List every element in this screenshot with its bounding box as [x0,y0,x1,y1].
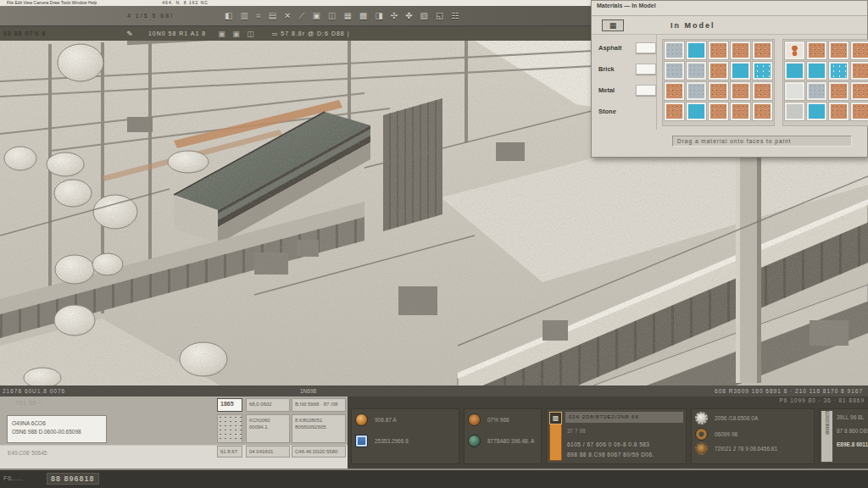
dialog-footer: Drag a material onto faces to paint [592,130,867,152]
material-swatch-orange[interactable] [829,82,849,100]
menu-item-help[interactable]: Help [88,0,97,5]
pen-tool-icon[interactable]: ✎ [126,30,133,38]
status-row[interactable]: 07% 968 [465,409,541,430]
readout-cell: 68,0 0602 [246,398,290,412]
menu-item-camera[interactable]: Camera [34,0,49,5]
material-swatch-cyan2[interactable] [753,62,772,80]
status-row[interactable]: 06099 98 [692,427,814,441]
menu-item-window[interactable]: Window [72,0,87,5]
material-swatch-orange[interactable] [829,103,849,120]
status-row[interactable]: 2056 /18.6506 0A [692,409,814,427]
material-swatch-orange[interactable] [851,103,868,120]
toolbar-icon-1[interactable]: ▥ [241,11,248,21]
menu-item-view[interactable]: View [23,0,32,5]
toolbar-icon-10[interactable]: ◨ [375,11,382,21]
dialog-title-bar[interactable]: Materials — In Model [592,1,867,16]
material-category-swatch[interactable] [636,64,656,75]
toolbar-icon-9[interactable]: ▩ [359,11,367,21]
menu-item-draw[interactable]: Draw [50,0,60,5]
toolbar-icon-0[interactable]: ◧ [225,11,232,21]
material-swatch-cyan[interactable] [807,62,826,80]
material-swatch-gray[interactable] [687,82,706,100]
material-swatch-cyan[interactable] [687,103,706,120]
group-c-header: 026 2D8/872E2/3N8 6K [565,412,683,423]
material-swatch-gray[interactable] [665,42,684,59]
material-swatch-orange[interactable] [665,103,684,120]
material-swatch-orange[interactable] [753,82,772,100]
toolbar-icon-11[interactable]: ✣ [391,11,398,21]
status-row[interactable]: 906.87 A [352,409,459,430]
material-category-row[interactable]: Metal [592,80,656,101]
menu-item-file[interactable]: File [7,0,14,5]
material-category-row[interactable]: Stone [592,101,656,122]
status-row[interactable]: 8778A80 396.48. A [465,430,541,452]
material-swatch-orange[interactable] [753,103,772,120]
statusbar-left-text: F6...... [3,474,23,482]
toolbar-icon-13[interactable]: ▧ [420,11,428,21]
material-swatch-orange[interactable] [731,42,750,59]
readout-cell-primary[interactable]: 1865 [217,398,242,412]
menu-item-edit[interactable]: Edit [14,0,22,5]
toolbar-icon-5[interactable]: ⟋ [298,11,304,21]
material-swatch-cyan[interactable] [731,62,750,80]
statusbar-badge[interactable]: 88 896818 [47,473,99,485]
material-swatch-gray2[interactable] [785,103,804,120]
info-box-line2: O5N6 988 D.0600-00.65098 [12,428,106,436]
material-category-row[interactable]: Asphalt [592,37,656,58]
material-swatch-cyan[interactable] [687,42,706,59]
dialog-header-label: In Model [670,21,715,30]
status-group-c: ▩ 026 2D8/872E2/3N8 6K 37 7 98 6105 / 67… [546,408,687,464]
toolbar2-box-icons[interactable]: ▣ ▣ ◫ [218,30,257,38]
status-row[interactable]: 25353.2966 8 [352,430,459,452]
material-swatch-white[interactable] [785,82,804,100]
material-swatch-orange[interactable] [709,82,728,100]
vertical-label-strip[interactable]: E0920I8D98 [821,411,832,462]
blue-chip-icon [355,435,368,447]
substrip-text: E49.C06' 50645 [8,450,47,456]
material-swatch-orange[interactable] [665,82,684,100]
material-swatch-cyan2[interactable] [829,62,849,80]
material-swatch-gray[interactable] [687,62,706,80]
material-swatch-gray[interactable] [807,82,826,100]
material-swatch-orange[interactable] [753,42,772,59]
info-box[interactable]: O49NA 6CO6 O5N6 988 D.0600-00.65098 [7,415,107,443]
material-thumbnail-icon[interactable]: ▦ [602,19,624,31]
status-row[interactable]: 72I021 2 78 9 08.6456.81 [692,441,814,456]
material-swatch-gray[interactable] [665,62,684,80]
menu-item-tools[interactable]: Tools [61,0,71,5]
material-swatch-orange[interactable] [709,103,728,120]
material-swatch-orange[interactable] [851,62,868,80]
material-category-swatch[interactable] [636,85,656,96]
toolbar-icon-4[interactable]: ✕ [284,11,291,21]
bottom-left-section: 701 53 ~ O49NA 6CO6 O5N6 988 D.0600-00.6… [0,396,348,469]
material-swatch-orange[interactable] [731,82,750,100]
toolbar-icon-7[interactable]: ◫ [328,11,336,21]
material-swatch-orange[interactable] [851,42,868,59]
toolbar-icon-12[interactable]: ✤ [405,11,412,21]
material-swatch-cyan[interactable] [785,62,804,80]
status-label: 25353.2966 8 [375,438,409,444]
material-category-label: Stone [598,108,631,115]
toolbar-icon-2[interactable]: ⌗ [256,11,261,21]
material-swatch-orange[interactable] [829,42,849,59]
menu-items: File Edit View Camera Draw Tools Window … [7,0,97,6]
material-category-swatch[interactable] [636,42,656,53]
toolbar-icon-3[interactable]: ▤ [269,11,276,21]
group-c-subtext: 37 7 98 [567,428,586,434]
status-label: 72I021 2 78 9 08.6456.81 [715,446,777,452]
teal-globe-icon [468,435,481,447]
material-swatch-figure[interactable] [785,42,804,59]
material-swatch-orange[interactable] [851,82,868,100]
toolbar-icon-14[interactable]: ◱ [436,11,443,21]
material-swatch-orange[interactable] [709,42,728,59]
material-swatch-orange[interactable] [807,42,826,59]
material-swatch-orange[interactable] [731,103,750,120]
material-swatch-cyan[interactable] [807,103,826,120]
status-group-a: 906.87 A 25353.2966 8 [351,408,459,464]
toolbar-icon-6[interactable]: ▣ [312,11,320,21]
material-category-row[interactable]: Brick [592,58,656,80]
toolbar-icon-8[interactable]: ▦ [343,11,351,21]
toolbar-icon-15[interactable]: ☷ [451,11,459,21]
bottom-panel-body: 701 53 ~ O49NA 6CO6 O5N6 988 D.0600-00.6… [0,396,868,469]
material-swatch-orange[interactable] [709,62,728,80]
